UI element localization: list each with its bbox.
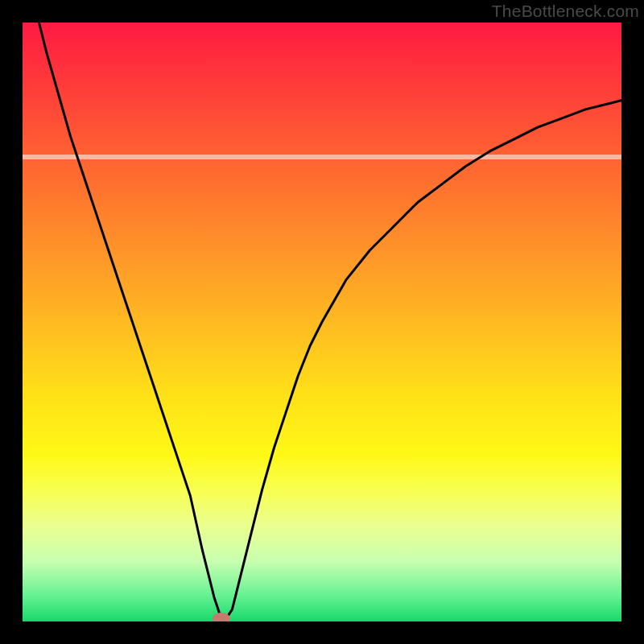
bottleneck-curve xyxy=(23,23,621,621)
chart-canvas: TheBottleneck.com xyxy=(0,0,644,644)
minimum-marker xyxy=(213,613,230,621)
plot-area xyxy=(23,23,621,621)
watermark-text: TheBottleneck.com xyxy=(492,2,639,21)
